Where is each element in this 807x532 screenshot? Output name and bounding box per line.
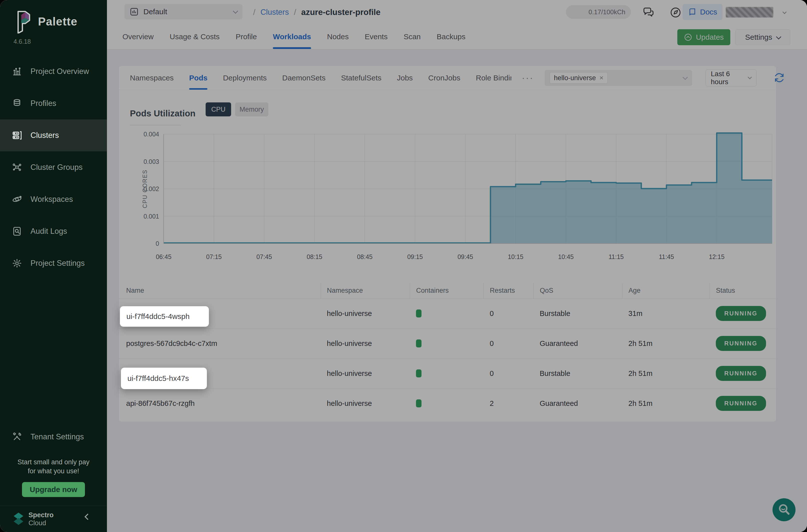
doc-search-icon [12,226,22,236]
sidebar-item-label: Tenant Settings [31,432,84,441]
app-name: Palette [38,15,77,28]
tools-icon [12,432,22,442]
spotlight-pod-name-1[interactable]: ui-f7ff4ddc5-4wsph [120,306,209,327]
brand-line2: Cloud [29,519,54,527]
sidebar-item-project-settings[interactable]: Project Settings [0,247,107,279]
upgrade-now-button[interactable]: Upgrade now [22,482,85,497]
brand-line1: Spectro [29,511,54,519]
sidebar-item-audit-logs[interactable]: Audit Logs [0,215,107,247]
spectro-cloud-brand: Spectro Cloud [13,511,54,527]
spotlight-pod-name-2[interactable]: ui-f7ff4ddc5-hx47s [121,368,207,389]
sidebar-item-label: Workspaces [31,195,73,204]
sidebar-item-tenant-settings[interactable]: Tenant Settings [0,421,107,453]
gear-icon [12,258,22,268]
sidebar-item-project-overview[interactable]: Project Overview [0,55,107,88]
bar-chart-icon [12,66,22,77]
sidebar-item-label: Project Settings [31,259,85,268]
sidebar-item-profiles[interactable]: Profiles [0,88,107,119]
sidebar-item-workspaces[interactable]: Workspaces [0,183,107,215]
app-version: 4.6.18 [14,38,31,45]
sidebar: Palette 4.6.18 Project Overview Profiles [0,0,107,532]
upgrade-promo: Start small and only pay for what you us… [0,458,107,497]
sidebar-item-label: Project Overview [31,67,89,76]
main-content: Default / Clusters / azure-cluster-profi… [107,0,807,532]
sidebar-item-label: Profiles [31,99,56,108]
sidebar-item-label: Cluster Groups [31,163,82,172]
layers-icon [12,98,22,109]
palette-logo-icon [14,10,33,34]
sidebar-item-label: Audit Logs [31,227,67,236]
sidebar-item-clusters[interactable]: Clusters [0,119,107,151]
orbit-icon [12,194,22,205]
sidebar-item-cluster-groups[interactable]: Cluster Groups [0,151,107,183]
spectro-cloud-logo-icon [13,512,24,526]
sidebar-nav: Project Overview Profiles Clusters [0,55,107,279]
promo-line2: for what you use! [0,467,107,476]
server-icon [12,130,22,140]
collapse-sidebar-icon[interactable] [85,514,91,520]
palette-logo: Palette [14,10,77,34]
promo-line1: Start small and only pay [0,458,107,467]
sidebar-footer: Spectro Cloud [0,506,107,532]
sidebar-item-label: Clusters [31,131,59,140]
palette-app-window: Palette 4.6.18 Project Overview Profiles [0,0,807,532]
network-icon [12,162,22,173]
tour-dim-overlay [107,0,807,532]
